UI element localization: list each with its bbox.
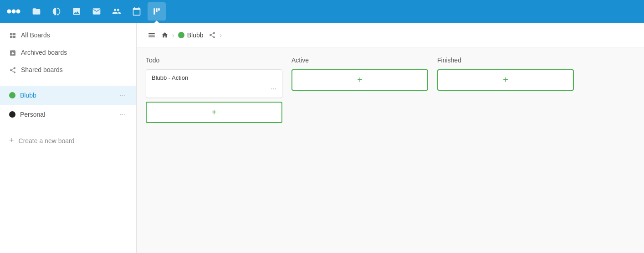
sidebar-item-personal[interactable]: Personal ··· bbox=[0, 105, 136, 124]
kanban-column-todo: Todo Blubb - Action ··· + bbox=[146, 57, 282, 123]
plus-icon: + bbox=[211, 107, 217, 118]
svg-point-2 bbox=[16, 10, 20, 14]
home-icon[interactable] bbox=[161, 31, 169, 39]
main-layout: All Boards Archived boards Shared boards… bbox=[0, 23, 644, 253]
breadcrumb-share-icon[interactable] bbox=[209, 31, 216, 39]
breadcrumb-chevron: › bbox=[220, 31, 222, 39]
svg-point-1 bbox=[12, 10, 16, 14]
all-boards-label: All Boards bbox=[21, 31, 127, 39]
personal-more-button[interactable]: ··· bbox=[118, 109, 127, 119]
app-logo[interactable] bbox=[5, 3, 22, 20]
card-actions: ··· bbox=[152, 85, 276, 93]
calendar-icon[interactable] bbox=[128, 2, 146, 21]
topnav bbox=[0, 0, 644, 23]
blubb-board-label: Blubb bbox=[20, 92, 113, 99]
breadcrumb-board-name: Blubb bbox=[187, 31, 204, 39]
archive-icon bbox=[9, 48, 16, 57]
share-sidebar-icon bbox=[9, 66, 16, 74]
breadcrumb-board-dot bbox=[178, 32, 184, 38]
add-card-finished-button[interactable]: + bbox=[437, 69, 574, 91]
create-new-board-label: Create a new board bbox=[19, 137, 75, 145]
finished-column-title: Finished bbox=[437, 57, 574, 64]
plus-icon: + bbox=[503, 75, 508, 85]
card-more-button[interactable]: ··· bbox=[271, 85, 276, 93]
menu-icon[interactable] bbox=[146, 29, 158, 41]
main-content: › Blubb › Todo Blubb - Action ··· bbox=[137, 23, 644, 253]
breadcrumb-board: Blubb bbox=[178, 31, 204, 39]
personal-color-dot bbox=[9, 111, 15, 118]
blubb-color-dot bbox=[9, 92, 15, 98]
sidebar-item-blubb[interactable]: Blubb ··· bbox=[0, 86, 136, 105]
files-icon[interactable] bbox=[27, 2, 46, 21]
add-card-active-button[interactable]: + bbox=[291, 69, 428, 91]
breadcrumb-arrow: › bbox=[172, 31, 174, 39]
activity-icon[interactable] bbox=[47, 2, 66, 21]
photos-icon[interactable] bbox=[67, 2, 86, 21]
grid-icon bbox=[9, 31, 16, 39]
todo-column-title: Todo bbox=[146, 57, 282, 64]
sidebar: All Boards Archived boards Shared boards… bbox=[0, 23, 137, 253]
contacts-icon[interactable] bbox=[107, 2, 126, 21]
active-column-title: Active bbox=[291, 57, 428, 64]
plus-icon: + bbox=[9, 136, 14, 145]
kanban-board: Todo Blubb - Action ··· + Active + bbox=[137, 47, 644, 253]
kanban-card[interactable]: Blubb - Action ··· bbox=[146, 69, 282, 98]
svg-point-0 bbox=[7, 10, 11, 14]
add-card-todo-button[interactable]: + bbox=[146, 102, 282, 123]
archived-boards-label: Archived boards bbox=[21, 49, 127, 56]
mail-icon[interactable] bbox=[87, 2, 106, 21]
blubb-more-button[interactable]: ··· bbox=[118, 90, 127, 100]
sidebar-item-archived-boards[interactable]: Archived boards bbox=[0, 44, 136, 61]
deck-icon[interactable] bbox=[148, 2, 166, 21]
plus-icon: + bbox=[357, 75, 363, 85]
shared-boards-label: Shared boards bbox=[21, 66, 127, 73]
kanban-column-finished: Finished + bbox=[437, 57, 574, 91]
breadcrumb-bar: › Blubb › bbox=[137, 23, 644, 47]
card-title: Blubb - Action bbox=[152, 74, 276, 81]
personal-board-label: Personal bbox=[20, 111, 113, 118]
sidebar-item-shared-boards[interactable]: Shared boards bbox=[0, 61, 136, 78]
sidebar-item-all-boards[interactable]: All Boards bbox=[0, 26, 136, 44]
create-new-board[interactable]: + Create a new board bbox=[0, 131, 136, 150]
kanban-column-active: Active + bbox=[291, 57, 428, 91]
